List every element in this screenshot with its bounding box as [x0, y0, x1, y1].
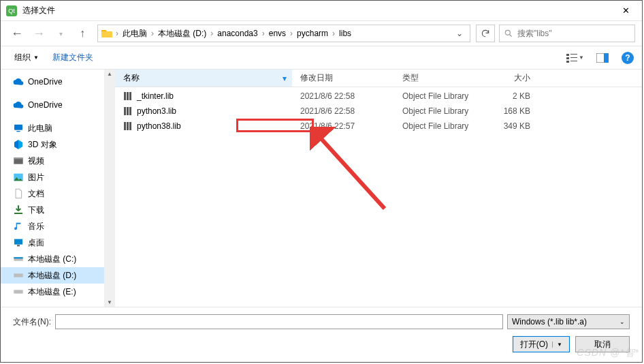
organize-menu[interactable]: 组织▼: [9, 49, 44, 66]
address-bar[interactable]: › 此电脑 › 本地磁盘 (D:) › anaconda3 › envs › p…: [97, 25, 470, 42]
svg-rect-1: [566, 54, 569, 56]
column-size[interactable]: 大小: [489, 72, 544, 84]
sidebar: OneDrive OneDrive 此电脑 3D 对象: [1, 70, 115, 307]
sidebar-item-drive-c[interactable]: 本地磁盘 (C:): [1, 251, 114, 267]
close-button[interactable]: ✕: [612, 1, 639, 20]
file-row[interactable]: python3.lib 2021/8/6 22:58 Object File L…: [115, 104, 642, 119]
watermark: CSDN @*智*: [577, 347, 639, 359]
dialog-body: OneDrive OneDrive 此电脑 3D 对象: [1, 69, 642, 307]
svg-rect-12: [14, 157, 22, 159]
search-input[interactable]: [517, 29, 630, 38]
svg-rect-9: [14, 125, 22, 130]
title-bar: Qt 选择文件 ✕: [1, 1, 642, 21]
svg-rect-22: [127, 92, 129, 100]
file-row[interactable]: _tkinter.lib 2021/8/6 22:58 Object File …: [115, 89, 642, 104]
drive-icon: [13, 270, 24, 281]
sort-indicator: ▾: [283, 74, 287, 83]
up-button[interactable]: ↑: [73, 24, 92, 43]
sidebar-item-desktop[interactable]: 桌面: [1, 234, 114, 251]
address-dropdown[interactable]: ⌄: [452, 29, 467, 38]
dialog-footer: 文件名(N): Windows (*.lib lib*.a) ⌄ 打开(O)▼ …: [1, 307, 642, 362]
file-list-panel: 名称▾ 修改日期 类型 大小 _tkinter.lib 2021/8/6 22:…: [115, 70, 642, 307]
svg-rect-3: [566, 57, 569, 59]
sidebar-item-drive-d[interactable]: 本地磁盘 (D:): [1, 267, 114, 284]
view-mode-button[interactable]: ▼: [564, 50, 586, 66]
column-date[interactable]: 修改日期: [292, 72, 394, 84]
file-row[interactable]: python38.lib 2021/8/6 22:57 Object File …: [115, 119, 642, 134]
scroll-down-icon[interactable]: ▼: [107, 299, 112, 305]
document-icon: [13, 188, 24, 199]
sidebar-item-music[interactable]: 音乐: [1, 218, 114, 234]
svg-rect-16: [17, 245, 20, 246]
svg-rect-23: [129, 92, 131, 100]
app-icon: Qt: [6, 5, 17, 16]
sidebar-item-onedrive[interactable]: OneDrive: [1, 97, 114, 113]
cloud-icon: [13, 76, 24, 87]
refresh-button[interactable]: [476, 25, 495, 42]
desktop-icon: [13, 237, 24, 248]
drive-icon: [13, 254, 24, 264]
chevron-right-icon: ›: [331, 29, 336, 38]
picture-icon: [13, 172, 24, 183]
breadcrumb-anaconda3[interactable]: anaconda3: [214, 27, 260, 40]
window-title: 选择文件: [22, 5, 612, 16]
lib-file-icon: [123, 91, 134, 101]
svg-rect-29: [129, 122, 131, 130]
sidebar-item-drive-e[interactable]: 本地磁盘 (E:): [1, 284, 114, 300]
filename-input[interactable]: [55, 314, 503, 329]
cloud-icon: [13, 100, 24, 110]
back-button[interactable]: ←: [7, 24, 27, 43]
column-name[interactable]: 名称▾: [115, 70, 292, 87]
annotation-arrow: [310, 127, 391, 215]
svg-rect-5: [566, 61, 569, 63]
drive-icon: [13, 286, 24, 297]
breadcrumb-drive[interactable]: 本地磁盘 (D:): [155, 27, 209, 41]
sidebar-item-onedrive[interactable]: OneDrive: [1, 74, 114, 90]
cube-icon: [13, 139, 24, 150]
toolbar: 组织▼ 新建文件夹 ▼ ?: [1, 46, 642, 69]
newfolder-button[interactable]: 新建文件夹: [47, 49, 99, 66]
breadcrumb-envs[interactable]: envs: [266, 27, 289, 40]
svg-rect-2: [570, 54, 577, 55]
open-dropdown[interactable]: ▼: [552, 342, 562, 348]
file-list: _tkinter.lib 2021/8/6 22:58 Object File …: [115, 87, 642, 307]
sidebar-item-videos[interactable]: 视频: [1, 153, 114, 169]
preview-pane-button[interactable]: [592, 50, 613, 66]
file-filter-dropdown[interactable]: Windows (*.lib lib*.a) ⌄: [507, 314, 630, 329]
help-button[interactable]: ?: [622, 52, 634, 64]
svg-rect-20: [14, 290, 22, 293]
sidebar-item-documents[interactable]: 文档: [1, 185, 114, 202]
svg-line-30: [317, 134, 385, 209]
column-type[interactable]: 类型: [394, 72, 489, 84]
svg-rect-15: [14, 239, 22, 245]
sidebar-item-3dobjects[interactable]: 3D 对象: [1, 136, 114, 153]
svg-rect-24: [124, 107, 126, 115]
lib-file-icon: [123, 121, 134, 131]
video-icon: [13, 155, 24, 166]
svg-rect-21: [124, 92, 126, 100]
open-button[interactable]: 打开(O)▼: [513, 336, 570, 352]
chevron-right-icon: ›: [150, 29, 155, 38]
search-box[interactable]: [499, 25, 635, 42]
forward-button[interactable]: →: [29, 24, 48, 43]
svg-rect-4: [570, 57, 577, 58]
svg-rect-6: [570, 61, 577, 61]
search-icon: [504, 29, 513, 38]
sidebar-scrollbar[interactable]: ▲▼: [104, 70, 115, 307]
music-icon: [13, 221, 24, 232]
svg-rect-18: [14, 257, 22, 258]
folder-icon: [101, 27, 113, 40]
chevron-right-icon: ›: [114, 29, 120, 38]
svg-rect-25: [127, 107, 129, 115]
breadcrumb-pycharm[interactable]: pycharm: [294, 27, 331, 40]
sidebar-item-downloads[interactable]: 下载: [1, 202, 114, 218]
chevron-right-icon: ›: [209, 29, 214, 38]
sidebar-item-pictures[interactable]: 图片: [1, 169, 114, 185]
scroll-up-icon[interactable]: ▲: [107, 71, 112, 77]
sidebar-item-thispc[interactable]: 此电脑: [1, 120, 114, 136]
lib-file-icon: [123, 106, 134, 116]
svg-rect-10: [16, 131, 20, 132]
recent-dropdown[interactable]: ▾: [51, 24, 70, 43]
breadcrumb-thispc[interactable]: 此电脑: [120, 27, 150, 41]
breadcrumb-libs[interactable]: libs: [336, 27, 354, 40]
